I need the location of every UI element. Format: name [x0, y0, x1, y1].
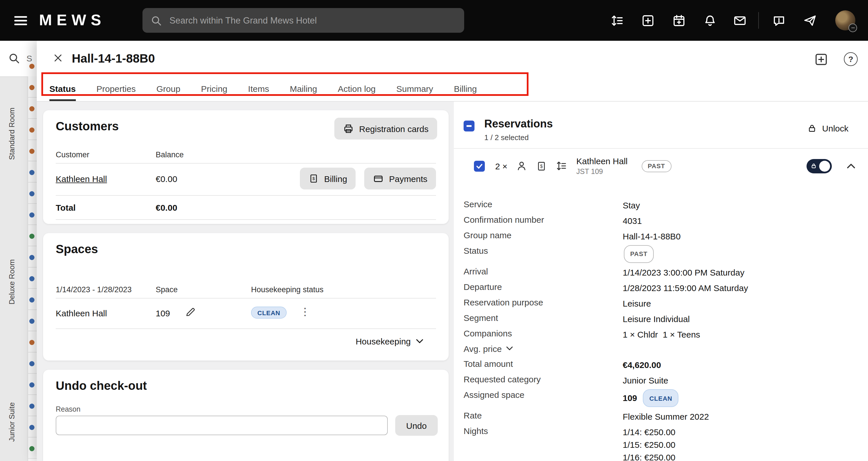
timeline-reservation-dot[interactable] — [29, 170, 34, 175]
timeline-reservation-dot[interactable] — [29, 340, 34, 345]
timeline-reservation-dot[interactable] — [29, 255, 34, 260]
timeline-sidebar: S Standard RoomDeluxe RoomJunior Suite — [0, 41, 37, 461]
reservation-checkbox[interactable] — [474, 161, 485, 171]
reservations-header: Reservations 1 / 2 selected Unlock — [454, 102, 868, 149]
timeline-reservation-dot[interactable] — [29, 85, 34, 90]
room-category-label: Deluxe Room — [7, 259, 16, 304]
reason-input[interactable] — [56, 416, 388, 435]
help-icon[interactable]: ? — [843, 52, 858, 67]
timeline-reservation-dot[interactable] — [29, 446, 34, 451]
hamburger-menu-button[interactable] — [11, 11, 30, 30]
housekeeping-expander[interactable]: Housekeeping — [355, 336, 423, 346]
mail-icon[interactable] — [731, 11, 749, 30]
tab-bar: StatusPropertiesGroupPricingItemsMailing… — [37, 76, 868, 102]
undo-title: Undo check-out — [56, 379, 147, 393]
feedback-chat-icon[interactable] — [770, 11, 788, 30]
divider — [56, 219, 436, 220]
invoice-icon: $ — [309, 173, 319, 184]
timeline-reservation-dot[interactable] — [29, 149, 34, 154]
timeline-reservation-dot[interactable] — [29, 106, 34, 111]
reservation-guest: Kathleen Hall JST 109 — [577, 156, 628, 176]
add-square-icon[interactable] — [813, 52, 828, 67]
detail-row-segment: SegmentLeisure Individual — [464, 311, 857, 327]
timeline-reservation-dot[interactable] — [29, 212, 34, 218]
tab-group[interactable]: Group — [156, 76, 180, 101]
registration-cards-button[interactable]: Registration cards — [334, 118, 437, 139]
line-height-sort-icon[interactable] — [608, 11, 626, 30]
timeline-reservation-dot[interactable] — [29, 191, 34, 196]
invoice-icon[interactable]: $ — [536, 161, 547, 171]
credit-card-icon — [373, 173, 384, 184]
space-row-menu-icon[interactable]: ⋮ — [300, 306, 310, 317]
lock-toggle[interactable] — [807, 159, 832, 173]
customer-link[interactable]: Kathleen Hall — [56, 174, 107, 184]
tab-mailing[interactable]: Mailing — [290, 76, 317, 101]
detail-value: Leisure — [623, 297, 651, 310]
detail-label: Group name — [464, 230, 623, 240]
payments-button[interactable]: Payments — [365, 168, 436, 190]
global-search-input[interactable] — [168, 14, 456, 26]
tab-pricing[interactable]: Pricing — [201, 76, 227, 101]
svg-text:$: $ — [540, 164, 543, 168]
tab-items[interactable]: Items — [248, 76, 269, 101]
calendar-icon[interactable] — [670, 11, 688, 30]
detail-value: 4031 — [623, 215, 642, 227]
lock-icon — [807, 124, 817, 133]
mews-logo[interactable]: MEWS — [39, 0, 106, 41]
timeline-reservation-dot[interactable] — [29, 276, 34, 281]
timeline-reservation-dot[interactable] — [29, 234, 34, 239]
detail-value: Hall-14-1-88B0 — [623, 230, 681, 242]
timeline-search-hint: S — [26, 54, 32, 63]
reservation-detail-panel: Hall-14-1-88B0 ? StatusPropertiesGroupPr… — [37, 41, 868, 461]
chevron-up-icon[interactable] — [847, 163, 855, 169]
detail-row-total-amount: Total amount€4,620.00 — [464, 357, 857, 373]
detail-row-companions: Companions1 × Chldr 1 × Teens — [464, 327, 857, 342]
undo-button[interactable]: Undo — [395, 415, 438, 436]
person-icon[interactable] — [516, 160, 528, 172]
detail-value: PAST — [623, 245, 654, 263]
add-square-icon[interactable] — [639, 11, 657, 30]
global-search[interactable] — [143, 8, 464, 33]
reservation-row[interactable]: 2 × $ Kathleen Hall JST 109 PAST — [454, 148, 868, 184]
select-all-checkbox[interactable] — [464, 121, 474, 131]
timeline-reservation-dot[interactable] — [29, 361, 34, 366]
reason-label: Reason — [56, 405, 81, 413]
room-category-label: Standard Room — [7, 108, 16, 160]
chevron-down-icon — [416, 339, 423, 344]
mews-app: MEWS — [0, 0, 868, 461]
timeline-reservation-dot[interactable] — [29, 425, 34, 430]
tab-properties[interactable]: Properties — [96, 76, 136, 101]
timeline-reservation-dot[interactable] — [29, 127, 34, 133]
timeline-reservation-dot[interactable] — [29, 382, 34, 388]
edit-space-icon[interactable] — [185, 306, 196, 318]
timeline-reservation-dot[interactable] — [29, 319, 34, 324]
detail-label: Status — [464, 245, 623, 255]
spaces-title: Spaces — [56, 242, 98, 256]
detail-value: 1/14: €250.00 1/15: €250.00 1/16: €250.0… — [623, 426, 676, 461]
unlock-button[interactable]: Unlock — [807, 124, 848, 133]
lock-icon — [811, 162, 817, 169]
col-space: Space — [156, 285, 178, 294]
past-badge: PAST — [641, 160, 671, 172]
close-icon[interactable] — [53, 53, 64, 64]
detail-value: Stay — [623, 199, 640, 211]
swallow-send-icon[interactable] — [801, 11, 819, 30]
timeline-reservation-dot[interactable] — [29, 64, 34, 69]
user-avatar[interactable] — [835, 10, 855, 30]
col-balance: Balance — [156, 151, 184, 159]
clean-badge: CLEAN — [643, 389, 679, 407]
tab-summary[interactable]: Summary — [396, 76, 433, 101]
timeline-reservation-dot[interactable] — [29, 297, 34, 302]
timeline-reservation-dot[interactable] — [29, 404, 34, 409]
tab-action-log[interactable]: Action log — [338, 76, 376, 101]
detail-row-rate: RateFlexible Summer 2022 — [464, 409, 857, 425]
tab-status[interactable]: Status — [50, 76, 76, 101]
price-breakdown-icon[interactable] — [556, 160, 567, 172]
timeline-search-icon[interactable] — [8, 52, 20, 64]
billing-button[interactable]: $ Billing — [300, 168, 356, 190]
detail-label[interactable]: Avg. price — [464, 343, 623, 353]
customers-card: Customers Registration cards Customer Ba… — [43, 110, 448, 224]
reservations-panel: Reservations 1 / 2 selected Unlock 2 × — [454, 102, 868, 461]
notifications-bell-icon[interactable] — [701, 11, 719, 30]
tab-billing[interactable]: Billing — [454, 76, 477, 101]
